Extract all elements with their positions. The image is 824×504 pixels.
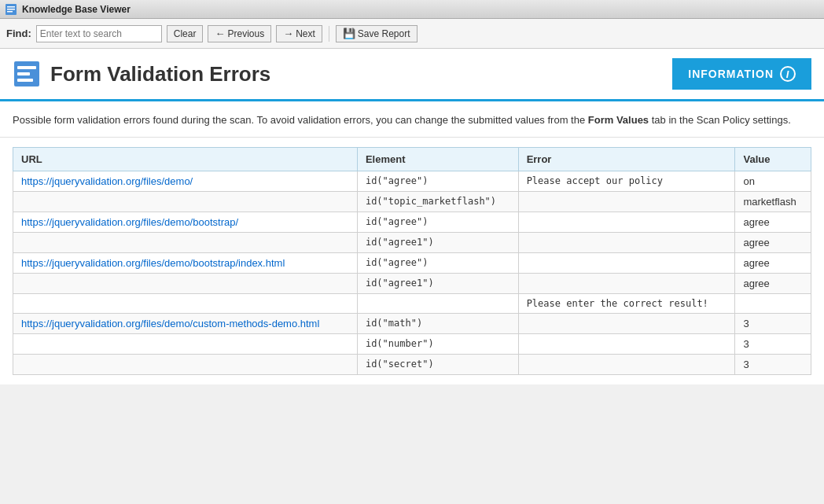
cell-value [735, 293, 811, 313]
cell-url [13, 232, 358, 252]
svg-rect-6 [17, 72, 30, 75]
cell-element: id("math") [357, 313, 518, 333]
cell-error [518, 212, 735, 232]
save-icon: 💾 [343, 28, 355, 39]
results-table: URL Element Error Value https://jqueryva… [13, 147, 811, 375]
svg-rect-5 [17, 66, 36, 69]
cell-url [13, 354, 358, 374]
cell-url [13, 191, 358, 212]
table-row: id("topic_marketflash")marketflash [13, 191, 811, 212]
cell-element: id("agree") [357, 171, 518, 191]
cell-url: https://jqueryvalidation.org/files/demo/… [13, 252, 358, 273]
cell-value: agree [735, 252, 811, 273]
cell-url [13, 333, 358, 354]
toolbar-divider [329, 26, 329, 42]
previous-button[interactable]: ← Previous [208, 25, 271, 42]
form-validation-icon [13, 60, 41, 88]
search-input[interactable] [36, 25, 162, 42]
cell-url: https://jqueryvalidation.org/files/demo/ [13, 171, 358, 191]
cell-error [518, 333, 735, 354]
cell-value: agree [735, 212, 811, 232]
table-row: Please enter the correct result! [13, 293, 811, 313]
cell-error [518, 232, 735, 252]
col-element: Element [357, 147, 518, 171]
toolbar: Find: Clear ← Previous → Next 💾 Save Rep… [0, 19, 824, 49]
cell-value: agree [735, 232, 811, 252]
cell-element: id("agree") [357, 212, 518, 232]
svg-rect-3 [7, 11, 13, 13]
find-label: Find: [6, 28, 31, 39]
page-header-left: Form Validation Errors [13, 60, 270, 88]
right-arrow-icon: → [283, 28, 293, 39]
col-url: URL [13, 147, 358, 171]
svg-rect-1 [7, 6, 15, 8]
cell-value: marketflash [735, 191, 811, 212]
cell-error [518, 273, 735, 293]
table-row: id("agree1")agree [13, 232, 811, 252]
cell-value: 3 [735, 333, 811, 354]
cell-value: 3 [735, 354, 811, 374]
table-row: https://jqueryvalidation.org/files/demo/… [13, 212, 811, 232]
description-text: Possible form validation errors found du… [0, 101, 824, 138]
cell-error: Please accept our policy [518, 171, 735, 191]
title-bar: Knowledge Base Viewer [0, 0, 824, 19]
table-row: https://jqueryvalidation.org/files/demo/… [13, 313, 811, 333]
table-row: id("secret")3 [13, 354, 811, 374]
cell-error [518, 252, 735, 273]
table-row: https://jqueryvalidation.org/files/demo/… [13, 252, 811, 273]
cell-element: id("secret") [357, 354, 518, 374]
cell-element: id("agree1") [357, 273, 518, 293]
svg-rect-7 [17, 79, 33, 82]
table-row: https://jqueryvalidation.org/files/demo/… [13, 171, 811, 191]
cell-url [13, 273, 358, 293]
cell-error [518, 313, 735, 333]
cell-value: agree [735, 273, 811, 293]
cell-url [13, 293, 358, 313]
cell-element [357, 293, 518, 313]
page-title: Form Validation Errors [50, 62, 270, 86]
cell-error [518, 354, 735, 374]
cell-element: id("topic_marketflash") [357, 191, 518, 212]
cell-element: id("number") [357, 333, 518, 354]
cell-value: on [735, 171, 811, 191]
page-header: Form Validation Errors INFORMATION i [0, 49, 824, 101]
table-row: id("agree1")agree [13, 273, 811, 293]
cell-error: Please enter the correct result! [518, 293, 735, 313]
clear-button[interactable]: Clear [167, 25, 204, 42]
information-button[interactable]: INFORMATION i [672, 58, 811, 90]
cell-value: 3 [735, 313, 811, 333]
table-header-row: URL Element Error Value [13, 147, 811, 171]
cell-element: id("agree1") [357, 232, 518, 252]
table-container: URL Element Error Value https://jqueryva… [0, 138, 824, 384]
info-icon: i [780, 66, 796, 82]
cell-url: https://jqueryvalidation.org/files/demo/… [13, 313, 358, 333]
app-title: Knowledge Base Viewer [22, 4, 131, 15]
cell-error [518, 191, 735, 212]
next-button[interactable]: → Next [276, 25, 322, 42]
cell-url: https://jqueryvalidation.org/files/demo/… [13, 212, 358, 232]
table-row: id("number")3 [13, 333, 811, 354]
app-icon [5, 3, 17, 16]
left-arrow-icon: ← [215, 28, 225, 39]
main-content: Form Validation Errors INFORMATION i Pos… [0, 49, 824, 384]
save-report-button[interactable]: 💾 Save Report [336, 25, 418, 42]
cell-element: id("agree") [357, 252, 518, 273]
col-value: Value [735, 147, 811, 171]
svg-rect-2 [7, 9, 15, 10]
col-error: Error [518, 147, 735, 171]
